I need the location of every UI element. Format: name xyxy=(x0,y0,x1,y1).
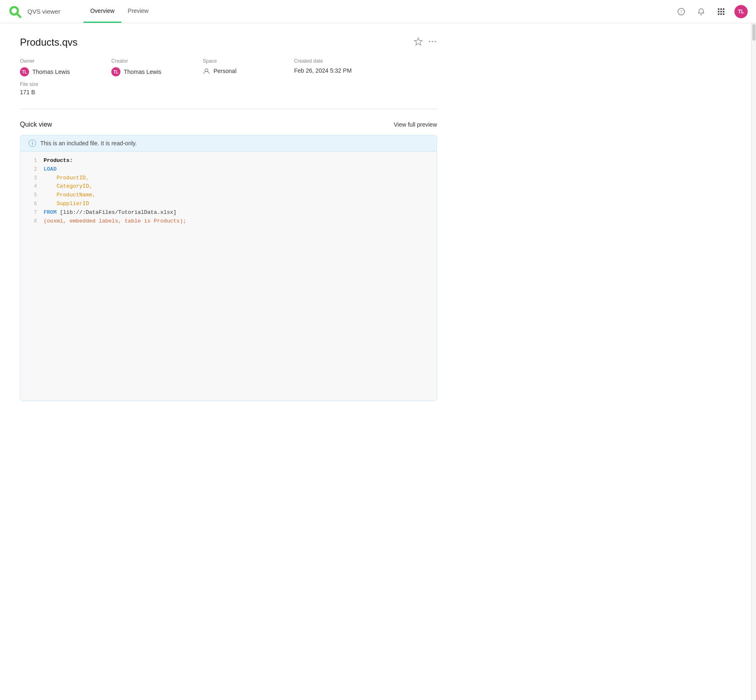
space-value: Personal xyxy=(203,67,294,75)
code-token-2-1: LOAD xyxy=(44,165,56,174)
svg-point-8 xyxy=(434,41,436,42)
code-line-6: 6 SupplierID xyxy=(20,200,437,208)
created-date-text: Feb 26, 2024 5:32 PM xyxy=(294,67,352,74)
tab-preview[interactable]: Preview xyxy=(121,0,155,23)
code-line-4: 4 CategoryID, xyxy=(20,182,437,191)
scrollbar-thumb[interactable] xyxy=(752,24,756,41)
line-num-6: 6 xyxy=(27,200,37,208)
logo[interactable]: QVS viewer xyxy=(8,4,74,19)
meta-info-grid: Owner TL Thomas Lewis Creator TL Thomas … xyxy=(20,58,437,76)
more-options-button[interactable] xyxy=(428,37,437,48)
quickview-header: Quick view View full preview xyxy=(20,121,437,128)
owner-avatar: TL xyxy=(20,67,29,76)
help-icon: ? xyxy=(677,8,685,15)
line-num-1: 1 xyxy=(27,157,37,165)
svg-text:?: ? xyxy=(680,9,682,14)
owner-label: Owner xyxy=(20,58,111,64)
notifications-button[interactable] xyxy=(695,5,708,18)
info-icon: i xyxy=(29,140,36,147)
line-num-2: 2 xyxy=(27,165,37,174)
creator-label: Creator xyxy=(111,58,203,64)
line-num-4: 4 xyxy=(27,182,37,191)
title-actions xyxy=(414,37,437,48)
file-size-label: File size xyxy=(20,81,437,87)
read-only-banner: i This is an included file. It is read-o… xyxy=(20,135,437,152)
created-date-label: Created date xyxy=(294,58,402,64)
code-line-8: 8 (ooxml, embedded labels, table is Prod… xyxy=(20,217,437,226)
scrollbar-track[interactable] xyxy=(751,23,756,414)
file-size-value: 171 B xyxy=(20,89,437,95)
code-line-7: 7 FROM [lib://:DataFiles/TutorialData.xl… xyxy=(20,208,437,217)
owner-value: TL Thomas Lewis xyxy=(20,67,111,76)
svg-marker-5 xyxy=(415,38,422,45)
more-icon xyxy=(428,37,437,46)
help-button[interactable]: ? xyxy=(675,5,688,18)
line-num-7: 7 xyxy=(27,208,37,217)
code-line-3: 3 ProductID, xyxy=(20,174,437,183)
star-icon xyxy=(414,37,423,46)
code-panel: i This is an included file. It is read-o… xyxy=(20,135,437,401)
apps-button[interactable] xyxy=(714,5,728,18)
space-icon xyxy=(203,67,210,75)
code-token-3-1: ProductID, xyxy=(44,174,89,183)
file-title-row: Products.qvs xyxy=(20,37,437,48)
quickview-title: Quick view xyxy=(20,121,52,128)
owner-name: Thomas Lewis xyxy=(32,69,70,75)
creator-value: TL Thomas Lewis xyxy=(111,67,203,76)
code-line-5: 5 ProductName, xyxy=(20,191,437,200)
meta-owner: Owner TL Thomas Lewis xyxy=(20,58,111,76)
code-token-7-1: FROM [lib://:DataFiles/TutorialData.xlsx… xyxy=(44,208,177,217)
banner-text: This is an included file. It is read-onl… xyxy=(40,140,137,147)
code-token-6-1: SupplierID xyxy=(44,200,89,208)
grid-icon xyxy=(718,8,724,15)
nav-tabs: Overview Preview xyxy=(83,0,155,23)
code-token-8-1: (ooxml, embedded labels, table is Produc… xyxy=(44,217,186,226)
svg-point-7 xyxy=(432,41,433,42)
code-line-2: 2 LOAD xyxy=(20,165,437,174)
line-num-5: 5 xyxy=(27,191,37,199)
created-date-value: Feb 26, 2024 5:32 PM xyxy=(294,67,402,74)
app-title: QVS viewer xyxy=(27,8,60,15)
code-token-5-1: ProductName, xyxy=(44,191,96,200)
meta-created-date: Created date Feb 26, 2024 5:32 PM xyxy=(294,58,402,76)
code-token-1-1: Products: xyxy=(44,157,73,165)
user-avatar[interactable]: TL xyxy=(734,5,748,18)
code-editor: 1 Products: 2 LOAD 3 ProductID, 4 Catego… xyxy=(20,152,437,401)
favorite-button[interactable] xyxy=(414,37,423,48)
space-name: Personal xyxy=(214,68,236,74)
code-token-4-1: CategoryID, xyxy=(44,182,92,191)
line-num-8: 8 xyxy=(27,217,37,225)
creator-avatar: TL xyxy=(111,67,120,76)
qlik-logo-icon xyxy=(8,4,23,19)
view-full-preview-link[interactable]: View full preview xyxy=(394,121,437,128)
line-num-3: 3 xyxy=(27,174,37,182)
tab-overview[interactable]: Overview xyxy=(83,0,121,23)
space-label: Space xyxy=(203,58,294,64)
navbar: QVS viewer Overview Preview ? TL xyxy=(0,0,756,23)
section-divider xyxy=(20,109,437,109)
meta-creator: Creator TL Thomas Lewis xyxy=(111,58,203,76)
navbar-actions: ? TL xyxy=(675,5,748,18)
creator-name: Thomas Lewis xyxy=(124,69,161,75)
svg-point-6 xyxy=(429,41,430,42)
meta-space: Space Personal xyxy=(203,58,294,76)
code-line-1: 1 Products: xyxy=(20,157,437,165)
bell-icon xyxy=(697,8,705,15)
file-size-section: File size 171 B xyxy=(20,81,437,95)
main-content: Products.qvs Owner TL Thomas Lewi xyxy=(0,23,457,414)
file-title: Products.qvs xyxy=(20,37,414,48)
